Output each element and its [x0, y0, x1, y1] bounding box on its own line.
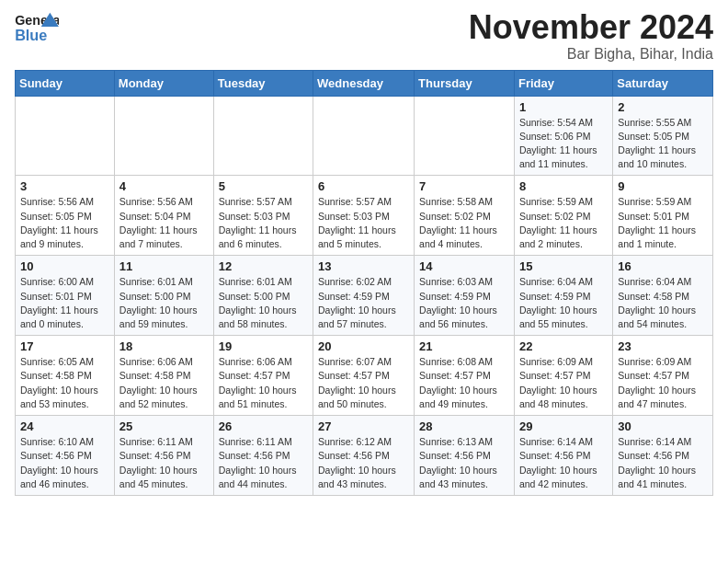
day-info: Sunrise: 5:54 AM Sunset: 5:06 PM Dayligh… — [519, 116, 608, 172]
day-info: Sunrise: 6:11 AM Sunset: 4:56 PM Dayligh… — [219, 435, 308, 491]
day-info: Sunrise: 5:56 AM Sunset: 5:05 PM Dayligh… — [20, 195, 109, 251]
day-number: 30 — [618, 419, 708, 433]
day-info: Sunrise: 6:04 AM Sunset: 4:58 PM Dayligh… — [618, 275, 708, 331]
month-title: November 2024 — [469, 9, 713, 46]
day-info: Sunrise: 6:01 AM Sunset: 5:00 PM Dayligh… — [219, 275, 308, 331]
day-number: 20 — [318, 339, 409, 353]
calendar-cell: 30Sunrise: 6:14 AM Sunset: 4:56 PM Dayli… — [613, 416, 713, 496]
day-number: 5 — [219, 179, 308, 193]
day-number: 12 — [219, 259, 308, 273]
day-number: 2 — [618, 100, 708, 114]
day-info: Sunrise: 5:55 AM Sunset: 5:05 PM Dayligh… — [618, 116, 708, 172]
day-info: Sunrise: 5:58 AM Sunset: 5:02 PM Dayligh… — [419, 195, 509, 251]
calendar-cell — [114, 96, 213, 176]
day-info: Sunrise: 6:11 AM Sunset: 4:56 PM Dayligh… — [119, 435, 209, 491]
calendar-cell: 27Sunrise: 6:12 AM Sunset: 4:56 PM Dayli… — [313, 416, 415, 496]
title-block: November 2024 Bar Bigha, Bihar, India — [469, 9, 713, 63]
day-number: 11 — [119, 259, 209, 273]
calendar-header-row: Sunday Monday Tuesday Wednesday Thursday… — [16, 70, 713, 96]
day-info: Sunrise: 6:09 AM Sunset: 4:57 PM Dayligh… — [618, 355, 708, 411]
calendar-cell: 4Sunrise: 5:56 AM Sunset: 5:04 PM Daylig… — [114, 176, 213, 256]
day-number: 10 — [20, 259, 109, 273]
day-number: 22 — [519, 339, 608, 353]
day-number: 16 — [618, 259, 708, 273]
calendar: Sunday Monday Tuesday Wednesday Thursday… — [15, 70, 713, 496]
day-info: Sunrise: 6:00 AM Sunset: 5:01 PM Dayligh… — [20, 275, 109, 331]
calendar-cell — [313, 96, 415, 176]
day-info: Sunrise: 6:04 AM Sunset: 4:59 PM Dayligh… — [519, 275, 608, 331]
day-number: 1 — [519, 100, 608, 114]
day-number: 28 — [419, 419, 509, 433]
calendar-cell — [16, 96, 115, 176]
day-info: Sunrise: 6:06 AM Sunset: 4:57 PM Dayligh… — [219, 355, 308, 411]
day-info: Sunrise: 6:08 AM Sunset: 4:57 PM Dayligh… — [419, 355, 509, 411]
calendar-cell — [415, 96, 515, 176]
day-number: 9 — [618, 179, 708, 193]
week-row-4: 17Sunrise: 6:05 AM Sunset: 4:58 PM Dayli… — [16, 336, 713, 416]
day-number: 15 — [519, 259, 608, 273]
calendar-cell — [213, 96, 313, 176]
calendar-cell: 13Sunrise: 6:02 AM Sunset: 4:59 PM Dayli… — [313, 256, 415, 336]
day-number: 7 — [419, 179, 509, 193]
calendar-cell: 24Sunrise: 6:10 AM Sunset: 4:56 PM Dayli… — [16, 416, 115, 496]
calendar-cell: 25Sunrise: 6:11 AM Sunset: 4:56 PM Dayli… — [114, 416, 213, 496]
calendar-cell: 14Sunrise: 6:03 AM Sunset: 4:59 PM Dayli… — [415, 256, 515, 336]
day-info: Sunrise: 6:01 AM Sunset: 5:00 PM Dayligh… — [119, 275, 209, 331]
calendar-cell: 5Sunrise: 5:57 AM Sunset: 5:03 PM Daylig… — [213, 176, 313, 256]
week-row-5: 24Sunrise: 6:10 AM Sunset: 4:56 PM Dayli… — [16, 416, 713, 496]
header-friday: Friday — [514, 70, 612, 96]
day-info: Sunrise: 6:03 AM Sunset: 4:59 PM Dayligh… — [419, 275, 509, 331]
header-saturday: Saturday — [613, 70, 713, 96]
calendar-cell: 19Sunrise: 6:06 AM Sunset: 4:57 PM Dayli… — [213, 336, 313, 416]
day-number: 4 — [119, 179, 209, 193]
day-info: Sunrise: 5:57 AM Sunset: 5:03 PM Dayligh… — [318, 195, 409, 251]
day-info: Sunrise: 6:06 AM Sunset: 4:58 PM Dayligh… — [119, 355, 209, 411]
day-info: Sunrise: 5:59 AM Sunset: 5:01 PM Dayligh… — [618, 195, 708, 251]
calendar-cell: 26Sunrise: 6:11 AM Sunset: 4:56 PM Dayli… — [213, 416, 313, 496]
day-info: Sunrise: 6:12 AM Sunset: 4:56 PM Dayligh… — [318, 435, 409, 491]
header-tuesday: Tuesday — [213, 70, 313, 96]
calendar-cell: 18Sunrise: 6:06 AM Sunset: 4:58 PM Dayli… — [114, 336, 213, 416]
calendar-cell: 28Sunrise: 6:13 AM Sunset: 4:56 PM Dayli… — [415, 416, 515, 496]
day-info: Sunrise: 6:09 AM Sunset: 4:57 PM Dayligh… — [519, 355, 608, 411]
day-number: 29 — [519, 419, 608, 433]
week-row-3: 10Sunrise: 6:00 AM Sunset: 5:01 PM Dayli… — [16, 256, 713, 336]
day-number: 21 — [419, 339, 509, 353]
day-number: 6 — [318, 179, 409, 193]
header-monday: Monday — [114, 70, 213, 96]
week-row-1: 1Sunrise: 5:54 AM Sunset: 5:06 PM Daylig… — [16, 96, 713, 176]
calendar-cell: 9Sunrise: 5:59 AM Sunset: 5:01 PM Daylig… — [613, 176, 713, 256]
day-number: 24 — [20, 419, 109, 433]
day-number: 3 — [20, 179, 109, 193]
day-number: 27 — [318, 419, 409, 433]
calendar-cell: 22Sunrise: 6:09 AM Sunset: 4:57 PM Dayli… — [514, 336, 612, 416]
day-info: Sunrise: 5:56 AM Sunset: 5:04 PM Dayligh… — [119, 195, 209, 251]
calendar-cell: 6Sunrise: 5:57 AM Sunset: 5:03 PM Daylig… — [313, 176, 415, 256]
day-info: Sunrise: 6:14 AM Sunset: 4:56 PM Dayligh… — [519, 435, 608, 491]
day-info: Sunrise: 6:07 AM Sunset: 4:57 PM Dayligh… — [318, 355, 409, 411]
calendar-cell: 15Sunrise: 6:04 AM Sunset: 4:59 PM Dayli… — [514, 256, 612, 336]
day-number: 26 — [219, 419, 308, 433]
day-number: 13 — [318, 259, 409, 273]
location: Bar Bigha, Bihar, India — [469, 46, 713, 63]
calendar-cell: 17Sunrise: 6:05 AM Sunset: 4:58 PM Dayli… — [16, 336, 115, 416]
header-thursday: Thursday — [415, 70, 515, 96]
day-number: 14 — [419, 259, 509, 273]
day-number: 17 — [20, 339, 109, 353]
day-info: Sunrise: 6:05 AM Sunset: 4:58 PM Dayligh… — [20, 355, 109, 411]
calendar-cell: 21Sunrise: 6:08 AM Sunset: 4:57 PM Dayli… — [415, 336, 515, 416]
logo-icon: General Blue — [15, 9, 59, 48]
day-number: 19 — [219, 339, 308, 353]
calendar-cell: 23Sunrise: 6:09 AM Sunset: 4:57 PM Dayli… — [613, 336, 713, 416]
day-number: 8 — [519, 179, 608, 193]
calendar-cell: 3Sunrise: 5:56 AM Sunset: 5:05 PM Daylig… — [16, 176, 115, 256]
header-sunday: Sunday — [16, 70, 115, 96]
day-info: Sunrise: 5:59 AM Sunset: 5:02 PM Dayligh… — [519, 195, 608, 251]
day-number: 25 — [119, 419, 209, 433]
header: General Blue November 2024 Bar Bigha, Bi… — [15, 9, 713, 63]
day-info: Sunrise: 6:14 AM Sunset: 4:56 PM Dayligh… — [618, 435, 708, 491]
week-row-2: 3Sunrise: 5:56 AM Sunset: 5:05 PM Daylig… — [16, 176, 713, 256]
calendar-cell: 10Sunrise: 6:00 AM Sunset: 5:01 PM Dayli… — [16, 256, 115, 336]
calendar-cell: 11Sunrise: 6:01 AM Sunset: 5:00 PM Dayli… — [114, 256, 213, 336]
calendar-cell: 1Sunrise: 5:54 AM Sunset: 5:06 PM Daylig… — [514, 96, 612, 176]
